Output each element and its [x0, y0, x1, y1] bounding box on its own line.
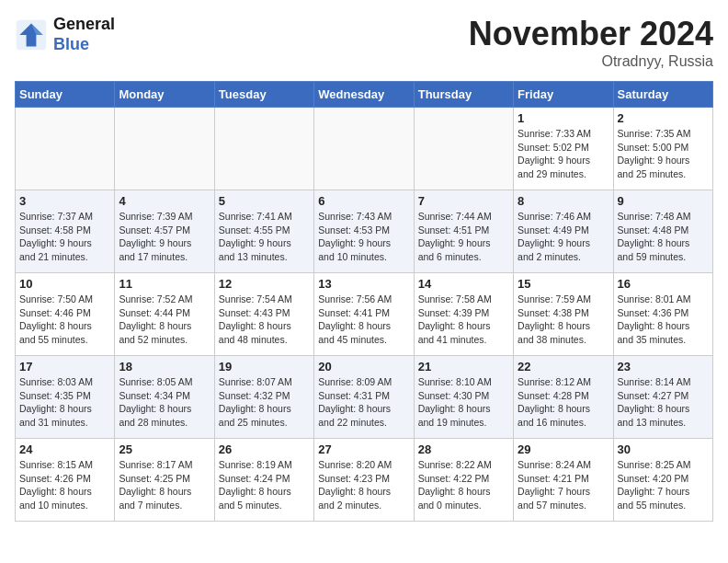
- day-number: 3: [19, 194, 110, 208]
- calendar-cell: [214, 108, 313, 190]
- day-info: Sunrise: 7:33 AM Sunset: 5:02 PM Dayligh…: [518, 127, 609, 181]
- day-info: Sunrise: 7:56 AM Sunset: 4:41 PM Dayligh…: [318, 293, 409, 347]
- day-info: Sunrise: 8:17 AM Sunset: 4:25 PM Dayligh…: [119, 458, 210, 512]
- calendar-cell: 27Sunrise: 8:20 AM Sunset: 4:23 PM Dayli…: [314, 439, 414, 522]
- weekday-header-sunday: Sunday: [16, 82, 115, 108]
- weekday-header-monday: Monday: [115, 82, 214, 108]
- calendar-cell: 28Sunrise: 8:22 AM Sunset: 4:22 PM Dayli…: [414, 439, 513, 522]
- calendar-cell: 11Sunrise: 7:52 AM Sunset: 4:44 PM Dayli…: [115, 273, 214, 356]
- day-number: 25: [119, 442, 210, 456]
- day-info: Sunrise: 8:14 AM Sunset: 4:27 PM Dayligh…: [618, 375, 709, 430]
- calendar-cell: [314, 108, 414, 190]
- day-info: Sunrise: 8:01 AM Sunset: 4:36 PM Dayligh…: [618, 293, 709, 347]
- calendar-cell: 15Sunrise: 7:59 AM Sunset: 4:38 PM Dayli…: [514, 273, 613, 356]
- day-number: 27: [318, 442, 409, 456]
- day-info: Sunrise: 8:20 AM Sunset: 4:23 PM Dayligh…: [318, 458, 409, 512]
- calendar-week-row: 3Sunrise: 7:37 AM Sunset: 4:58 PM Daylig…: [16, 190, 713, 273]
- day-number: 4: [119, 194, 210, 208]
- calendar-cell: 24Sunrise: 8:15 AM Sunset: 4:26 PM Dayli…: [16, 439, 115, 522]
- day-info: Sunrise: 8:22 AM Sunset: 4:22 PM Dayligh…: [418, 458, 509, 512]
- logo-text: General Blue: [53, 15, 115, 54]
- calendar-cell: 30Sunrise: 8:25 AM Sunset: 4:20 PM Dayli…: [613, 439, 712, 522]
- day-number: 8: [518, 194, 609, 208]
- calendar-cell: 7Sunrise: 7:44 AM Sunset: 4:51 PM Daylig…: [414, 190, 513, 273]
- day-number: 29: [518, 442, 609, 456]
- weekday-header-tuesday: Tuesday: [214, 82, 313, 108]
- logo: General Blue: [15, 15, 115, 54]
- calendar-cell: 3Sunrise: 7:37 AM Sunset: 4:58 PM Daylig…: [16, 190, 115, 273]
- day-number: 11: [119, 277, 210, 291]
- day-info: Sunrise: 8:19 AM Sunset: 4:24 PM Dayligh…: [219, 458, 310, 512]
- day-info: Sunrise: 7:59 AM Sunset: 4:38 PM Dayligh…: [518, 293, 609, 347]
- day-info: Sunrise: 8:12 AM Sunset: 4:28 PM Dayligh…: [518, 375, 609, 430]
- calendar-cell: 18Sunrise: 8:05 AM Sunset: 4:34 PM Dayli…: [115, 356, 214, 439]
- calendar-cell: 26Sunrise: 8:19 AM Sunset: 4:24 PM Dayli…: [214, 439, 313, 522]
- day-number: 5: [219, 194, 310, 208]
- day-info: Sunrise: 7:52 AM Sunset: 4:44 PM Dayligh…: [119, 293, 210, 347]
- day-info: Sunrise: 7:50 AM Sunset: 4:46 PM Dayligh…: [19, 293, 110, 347]
- day-info: Sunrise: 7:54 AM Sunset: 4:43 PM Dayligh…: [219, 293, 310, 347]
- calendar-cell: 19Sunrise: 8:07 AM Sunset: 4:32 PM Dayli…: [214, 356, 313, 439]
- day-number: 26: [219, 442, 310, 456]
- calendar-cell: [115, 108, 214, 190]
- day-info: Sunrise: 7:41 AM Sunset: 4:55 PM Dayligh…: [219, 210, 310, 264]
- page-header: General Blue November 2024 Otradnyy, Rus…: [15, 15, 713, 70]
- day-info: Sunrise: 8:09 AM Sunset: 4:31 PM Dayligh…: [318, 375, 409, 430]
- day-number: 19: [219, 360, 310, 373]
- day-info: Sunrise: 7:58 AM Sunset: 4:39 PM Dayligh…: [418, 293, 509, 347]
- weekday-header-wednesday: Wednesday: [314, 82, 414, 108]
- calendar-week-row: 24Sunrise: 8:15 AM Sunset: 4:26 PM Dayli…: [16, 439, 713, 522]
- day-info: Sunrise: 8:05 AM Sunset: 4:34 PM Dayligh…: [119, 375, 210, 430]
- calendar-cell: 1Sunrise: 7:33 AM Sunset: 5:02 PM Daylig…: [514, 108, 613, 190]
- day-number: 28: [418, 442, 509, 456]
- day-number: 14: [418, 277, 509, 291]
- day-info: Sunrise: 7:39 AM Sunset: 4:57 PM Dayligh…: [119, 210, 210, 264]
- calendar-cell: 29Sunrise: 8:24 AM Sunset: 4:21 PM Dayli…: [514, 439, 613, 522]
- location-title: Otradnyy, Russia: [469, 53, 713, 70]
- day-number: 2: [618, 111, 709, 125]
- day-info: Sunrise: 8:03 AM Sunset: 4:35 PM Dayligh…: [19, 375, 110, 430]
- day-number: 10: [19, 277, 110, 291]
- month-title: November 2024: [469, 15, 713, 53]
- day-number: 24: [19, 442, 110, 456]
- day-info: Sunrise: 7:35 AM Sunset: 5:00 PM Dayligh…: [618, 127, 709, 181]
- day-number: 7: [418, 194, 509, 208]
- day-info: Sunrise: 8:15 AM Sunset: 4:26 PM Dayligh…: [19, 458, 110, 512]
- day-info: Sunrise: 8:10 AM Sunset: 4:30 PM Dayligh…: [418, 375, 509, 430]
- day-info: Sunrise: 8:24 AM Sunset: 4:21 PM Dayligh…: [518, 458, 609, 512]
- logo-line1: General: [53, 15, 115, 35]
- day-number: 16: [618, 277, 709, 291]
- calendar-cell: 17Sunrise: 8:03 AM Sunset: 4:35 PM Dayli…: [16, 356, 115, 439]
- weekday-header-friday: Friday: [514, 82, 613, 108]
- weekday-header-saturday: Saturday: [613, 82, 712, 108]
- calendar-cell: [414, 108, 513, 190]
- day-info: Sunrise: 7:44 AM Sunset: 4:51 PM Dayligh…: [418, 210, 509, 264]
- calendar-cell: 8Sunrise: 7:46 AM Sunset: 4:49 PM Daylig…: [514, 190, 613, 273]
- day-number: 13: [318, 277, 409, 291]
- day-info: Sunrise: 7:46 AM Sunset: 4:49 PM Dayligh…: [518, 210, 609, 264]
- calendar-body: 1Sunrise: 7:33 AM Sunset: 5:02 PM Daylig…: [16, 108, 713, 522]
- weekday-header-thursday: Thursday: [414, 82, 513, 108]
- calendar-cell: 20Sunrise: 8:09 AM Sunset: 4:31 PM Dayli…: [314, 356, 414, 439]
- weekday-header-row: SundayMondayTuesdayWednesdayThursdayFrid…: [16, 82, 713, 108]
- calendar-header: SundayMondayTuesdayWednesdayThursdayFrid…: [16, 82, 713, 108]
- calendar-cell: 21Sunrise: 8:10 AM Sunset: 4:30 PM Dayli…: [414, 356, 513, 439]
- logo-line2: Blue: [53, 35, 115, 55]
- day-number: 1: [518, 111, 609, 125]
- calendar-cell: 22Sunrise: 8:12 AM Sunset: 4:28 PM Dayli…: [514, 356, 613, 439]
- logo-icon: [15, 18, 48, 52]
- day-number: 17: [19, 360, 110, 373]
- title-area: November 2024 Otradnyy, Russia: [469, 15, 713, 70]
- day-number: 20: [318, 360, 409, 373]
- day-number: 9: [618, 194, 709, 208]
- calendar-cell: 13Sunrise: 7:56 AM Sunset: 4:41 PM Dayli…: [314, 273, 414, 356]
- calendar-cell: 16Sunrise: 8:01 AM Sunset: 4:36 PM Dayli…: [613, 273, 712, 356]
- day-number: 30: [618, 442, 709, 456]
- calendar-cell: 2Sunrise: 7:35 AM Sunset: 5:00 PM Daylig…: [613, 108, 712, 190]
- day-number: 23: [618, 360, 709, 373]
- day-info: Sunrise: 7:43 AM Sunset: 4:53 PM Dayligh…: [318, 210, 409, 264]
- calendar-cell: [16, 108, 115, 190]
- calendar-cell: 23Sunrise: 8:14 AM Sunset: 4:27 PM Dayli…: [613, 356, 712, 439]
- day-number: 6: [318, 194, 409, 208]
- day-number: 21: [418, 360, 509, 373]
